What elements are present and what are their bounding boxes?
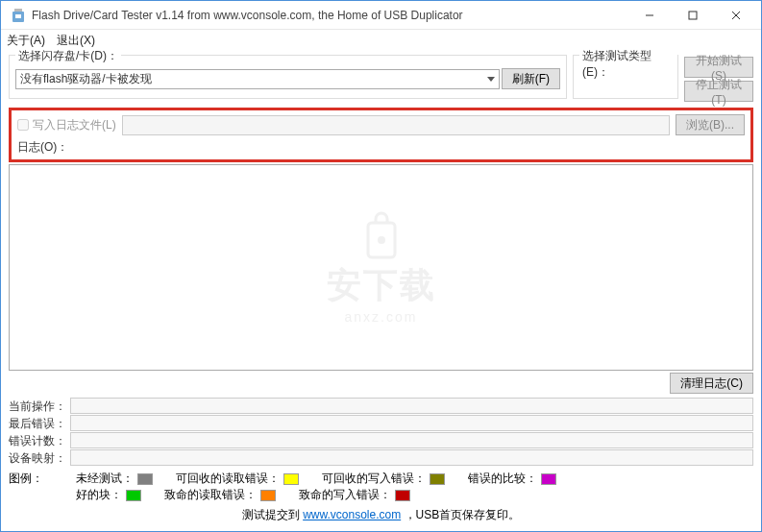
test-type-title: 选择测试类型(E)： (579, 48, 677, 81)
footer: 测试提交到 www.vconsole.com ，USB首页保存复印。 (9, 503, 753, 525)
legend: 图例： 未经测试： 可回收的读取错误： 可回收的写入错误： 错误的比较： 好的块… (9, 471, 753, 503)
log-label: 日志(O)： (17, 139, 745, 156)
app-icon (11, 8, 26, 23)
write-log-checkbox-input[interactable] (17, 119, 29, 131)
drive-group-title: 选择闪存盘/卡(D)： (15, 48, 121, 64)
footer-link[interactable]: www.vconsole.com (303, 508, 401, 521)
log-output-area[interactable]: 安下载 anxz.com (9, 164, 753, 371)
write-log-checkbox[interactable]: 写入日志文件(L) (17, 117, 116, 133)
last-error-label: 最后错误： (9, 416, 70, 432)
test-type-group: 选择测试类型(E)： 无限测试(I) (573, 55, 678, 99)
svg-rect-2 (15, 14, 21, 18)
swatch-fatal-read (260, 490, 276, 501)
swatch-recov-write (430, 473, 445, 485)
swatch-untested (137, 473, 153, 485)
minimize-button[interactable] (627, 2, 671, 29)
device-map-label: 设备映射： (9, 450, 70, 467)
log-path-input[interactable] (122, 115, 670, 135)
svg-rect-0 (14, 9, 22, 12)
current-op-value (70, 398, 753, 414)
status-table: 当前操作： 最后错误： 错误计数： 设备映射： (9, 398, 753, 467)
browse-button[interactable]: 浏览(B)... (676, 114, 745, 135)
current-op-label: 当前操作： (9, 399, 70, 415)
last-error-value (70, 415, 753, 431)
start-test-button[interactable]: 开始测试(S) (684, 57, 753, 78)
drive-group: 选择闪存盘/卡(D)： 没有flash驱动器/卡被发现 刷新(F) (9, 55, 567, 99)
refresh-button[interactable]: 刷新(F) (502, 68, 560, 89)
swatch-recov-read (283, 473, 299, 485)
swatch-fatal-write (395, 490, 410, 501)
drive-select[interactable]: 没有flash驱动器/卡被发现 (15, 69, 500, 89)
swatch-wrong-cmp (541, 473, 556, 485)
svg-point-7 (378, 236, 385, 244)
menu-about[interactable]: 关于(A) (7, 33, 45, 49)
log-file-section: 写入日志文件(L) 浏览(B)... 日志(O)： (9, 108, 753, 162)
stop-test-button[interactable]: 停止测试(T) (684, 81, 753, 102)
error-count-value (70, 432, 753, 448)
drive-select-value: 没有flash驱动器/卡被发现 (20, 71, 152, 87)
maximize-button[interactable] (671, 2, 714, 29)
close-button[interactable] (714, 2, 757, 29)
svg-rect-4 (689, 12, 697, 19)
legend-title: 图例： (9, 471, 70, 487)
device-map-value (70, 449, 753, 466)
watermark: 安下载 anxz.com (327, 211, 436, 325)
swatch-good (126, 490, 141, 501)
titlebar: Flash Drive/Card Tester v1.14 from www.v… (1, 1, 761, 30)
chevron-down-icon (487, 77, 495, 82)
window-title: Flash Drive/Card Tester v1.14 from www.v… (32, 9, 627, 22)
error-count-label: 错误计数： (9, 433, 70, 449)
menu-exit[interactable]: 退出(X) (57, 33, 95, 49)
clear-log-button[interactable]: 清理日志(C) (670, 373, 753, 394)
